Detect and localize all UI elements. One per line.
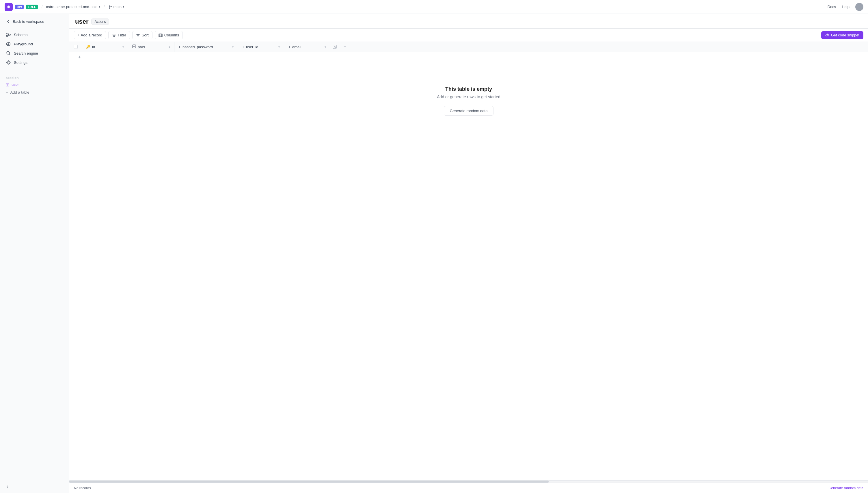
collapse-icon [5, 484, 10, 490]
bottom-bar: No records Generate random data [69, 483, 868, 493]
main-layout: Back to workspace Schema Playground [0, 14, 868, 493]
add-record-label: + Add a record [78, 33, 102, 37]
nav-separator-1: / [41, 5, 42, 9]
main-content: user Actions + Add a record Filter Sort … [69, 14, 868, 493]
app-logo[interactable] [5, 3, 13, 11]
help-link[interactable]: Help [842, 5, 849, 9]
project-selector[interactable]: astro-stripe-protected-and-paid ▾ [46, 5, 100, 9]
rw-badge: RW [15, 5, 24, 9]
empty-state-title: This table is empty [445, 86, 492, 92]
columns-icon [159, 33, 163, 37]
toolbar: + Add a record Filter Sort Columns Get c… [69, 28, 868, 42]
th-paid-label: paid [138, 45, 145, 49]
empty-state-subtitle: Add or generate rows to get started [437, 94, 500, 99]
svg-rect-5 [6, 35, 8, 37]
branch-chevron-icon: ▾ [123, 5, 124, 8]
sidebar-item-search-engine[interactable]: Search engine [0, 48, 69, 58]
record-count: No records [74, 486, 91, 490]
top-navigation: RW FREE / astro-stripe-protected-and-pai… [0, 0, 868, 14]
th-paid[interactable]: paid ▾ [128, 42, 175, 52]
sidebar-collapse-button[interactable] [0, 481, 69, 493]
hashed-password-type-icon: T [179, 45, 181, 49]
code-snippet-button[interactable]: Get code snippet [821, 31, 863, 39]
th-close[interactable] [330, 42, 339, 52]
svg-point-1 [109, 5, 110, 6]
branch-selector[interactable]: main ▾ [108, 5, 124, 9]
add-table-button[interactable]: + Add a table [0, 88, 69, 96]
svg-rect-16 [160, 34, 161, 37]
project-chevron-icon: ▾ [99, 5, 100, 8]
user-avatar[interactable] [855, 3, 863, 11]
settings-icon [6, 60, 11, 65]
add-column-icon: + [344, 44, 346, 49]
generate-random-data-button[interactable]: Generate random data [444, 106, 494, 115]
svg-point-10 [8, 62, 9, 63]
actions-button[interactable]: Actions [91, 19, 109, 25]
nav-separator-2: / [104, 5, 105, 9]
code-icon [825, 33, 829, 37]
playground-icon [6, 41, 11, 46]
docs-link[interactable]: Docs [827, 5, 836, 9]
th-id-label: id [92, 45, 95, 49]
select-all-checkbox[interactable] [74, 45, 78, 49]
th-add-column[interactable]: + [339, 42, 351, 52]
back-arrow-icon [6, 19, 10, 24]
th-email-label: email [292, 45, 301, 49]
sidebar-item-schema-label: Schema [14, 33, 28, 37]
th-hashed-password[interactable]: T hashed_password ▾ [175, 42, 238, 52]
sidebar-item-settings[interactable]: Settings [0, 58, 69, 67]
sidebar-item-playground[interactable]: Playground [0, 39, 69, 48]
filter-icon [112, 33, 116, 37]
sidebar-item-playground-label: Playground [14, 42, 33, 46]
sidebar-divider [0, 72, 69, 72]
column-close-icon [333, 45, 337, 49]
project-name: astro-stripe-protected-and-paid [46, 5, 97, 9]
add-row-icon: + [78, 54, 81, 60]
bottom-generate-link[interactable]: Generate random data [828, 486, 863, 490]
sidebar-item-settings-label: Settings [14, 60, 27, 65]
columns-button[interactable]: Columns [155, 31, 183, 39]
table-user-label: user [12, 82, 19, 87]
th-hashed-password-label: hashed_password [182, 45, 213, 49]
back-to-workspace[interactable]: Back to workspace [3, 17, 66, 25]
table-header-row: 🔑 id ▾ paid ▾ T hashed_password ▾ [69, 42, 868, 52]
content-header: user Actions [69, 14, 868, 28]
back-label: Back to workspace [13, 19, 44, 24]
branch-name: main [113, 5, 121, 9]
code-snippet-label: Get code snippet [831, 33, 859, 37]
scrollbar-track[interactable] [69, 480, 868, 483]
sidebar-item-search-label: Search engine [14, 51, 38, 56]
paid-chevron-icon: ▾ [169, 45, 170, 48]
th-id[interactable]: 🔑 id ▾ [82, 42, 128, 52]
sort-label: Sort [142, 33, 149, 37]
filter-button[interactable]: Filter [108, 31, 130, 39]
svg-rect-18 [133, 45, 136, 48]
th-user-id[interactable]: T user_id ▾ [238, 42, 284, 52]
empty-state: This table is empty Add or generate rows… [69, 63, 868, 139]
table-container[interactable]: 🔑 id ▾ paid ▾ T hashed_password ▾ [69, 42, 868, 480]
th-checkbox[interactable] [69, 42, 82, 52]
id-chevron-icon: ▾ [122, 45, 124, 48]
sidebar: Back to workspace Schema Playground [0, 14, 69, 493]
svg-rect-11 [6, 83, 9, 86]
sort-button[interactable]: Sort [132, 31, 153, 39]
svg-point-9 [7, 51, 9, 54]
free-badge[interactable]: FREE [26, 5, 38, 9]
add-record-button[interactable]: + Add a record [74, 31, 106, 39]
sidebar-table-user[interactable]: user [0, 81, 69, 88]
user-id-chevron-icon: ▾ [278, 45, 280, 48]
table-icon [6, 83, 9, 86]
sidebar-item-schema[interactable]: Schema [0, 30, 69, 39]
table-title: user [75, 18, 88, 25]
add-row-button[interactable]: + [69, 52, 868, 63]
hashed-password-chevron-icon: ▾ [232, 45, 234, 48]
sidebar-top: Back to workspace [0, 14, 69, 28]
id-type-icon: 🔑 [86, 45, 90, 49]
th-email[interactable]: T email ▾ [284, 42, 330, 52]
svg-rect-4 [6, 33, 8, 34]
add-table-plus-icon: + [6, 90, 8, 94]
user-id-type-icon: T [242, 45, 244, 49]
columns-label: Columns [164, 33, 179, 37]
filter-label: Filter [118, 33, 126, 37]
th-user-id-label: user_id [246, 45, 258, 49]
